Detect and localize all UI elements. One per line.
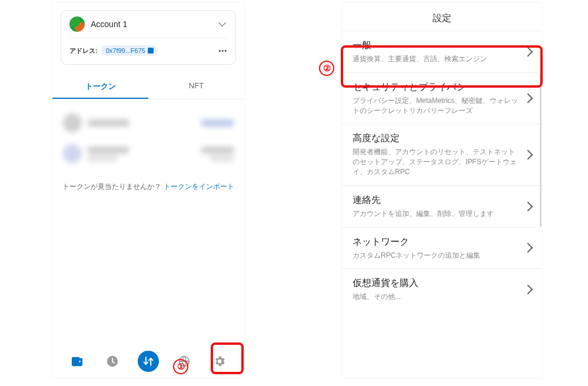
wallet-screen: Account 1 アドレス: 0x7f99...F675 ••• トークン N…: [52, 3, 244, 378]
chevron-right-icon: [523, 243, 533, 253]
token-info: [88, 147, 195, 161]
chevron-right-icon: [523, 46, 533, 56]
settings-item-desc: 地域、その他...: [353, 292, 520, 302]
token-balance: [201, 119, 234, 127]
address-copy-button[interactable]: 0x7f99...F675: [101, 45, 158, 56]
copy-icon: [148, 48, 154, 54]
account-name: Account 1: [91, 19, 211, 29]
settings-item-title: セキュリティとプライバシー: [353, 81, 520, 94]
chevron-right-icon: [523, 285, 533, 295]
asset-tabs: トークン NFT: [52, 75, 244, 99]
globe-icon: [178, 355, 191, 368]
account-avatar-icon: [69, 16, 85, 32]
nav-swap-button[interactable]: [138, 351, 159, 372]
token-list: トークンが見当たりませんか？ トークンをインポート: [52, 99, 244, 345]
token-info: [88, 119, 195, 127]
chevron-right-icon: [523, 150, 533, 160]
nav-browser-button[interactable]: [174, 351, 194, 371]
settings-item-desc: カスタムRPCネットワークの追加と編集: [353, 251, 520, 261]
gear-icon: [213, 355, 226, 368]
nav-activity-button[interactable]: [102, 351, 122, 371]
settings-item-buy-crypto[interactable]: 仮想通貨を購入 地域、その他...: [342, 268, 542, 310]
settings-item-title: 連絡先: [353, 194, 520, 207]
nav-settings-button[interactable]: [210, 351, 230, 371]
account-card: Account 1 アドレス: 0x7f99...F675 •••: [61, 10, 236, 65]
account-more-button[interactable]: •••: [158, 47, 227, 54]
settings-item-title: ネットワーク: [353, 236, 520, 248]
settings-item-desc: アカウントを追加、編集、削除、管理します: [353, 209, 520, 219]
account-selector[interactable]: Account 1: [69, 16, 227, 38]
settings-screen: 設定 一般 通貨換算、主要通貨、言語、検索エンジン セキュリティとプライバシー …: [342, 3, 542, 378]
settings-item-desc: プライバシー設定、MetaMetrics、秘密鍵、ウォレットのシークレットリカバ…: [353, 96, 520, 116]
address-row: アドレス: 0x7f99...F675 •••: [69, 38, 227, 56]
tab-tokens[interactable]: トークン: [52, 75, 148, 99]
token-row[interactable]: [61, 138, 236, 169]
settings-item-desc: 通貨換算、主要通貨、言語、検索エンジン: [353, 54, 520, 64]
address-label: アドレス:: [69, 46, 98, 55]
settings-item-networks[interactable]: ネットワーク カスタムRPCネットワークの追加と編集: [342, 227, 542, 269]
clock-icon: [106, 355, 119, 368]
settings-title: 設定: [342, 3, 542, 31]
settings-item-title: 一般: [353, 39, 520, 52]
nav-wallet-button[interactable]: [67, 351, 87, 371]
chevron-right-icon: [523, 94, 533, 104]
token-balance: [201, 147, 234, 161]
annotation-2: ②: [319, 61, 334, 76]
swap-icon: [142, 355, 154, 367]
token-icon: [63, 114, 82, 132]
import-prompt: トークンが見当たりませんか？: [62, 182, 163, 191]
settings-item-title: 仮想通貨を購入: [353, 277, 520, 290]
address-short: 0x7f99...F675: [106, 47, 145, 54]
chevron-down-icon: [217, 19, 227, 29]
import-tokens-link[interactable]: トークンをインポート: [164, 182, 234, 191]
settings-item-security[interactable]: セキュリティとプライバシー プライバシー設定、MetaMetrics、秘密鍵、ウ…: [342, 72, 542, 124]
settings-item-title: 高度な設定: [353, 132, 520, 145]
token-icon: [63, 144, 82, 163]
chevron-right-icon: [523, 201, 533, 211]
settings-item-contacts[interactable]: 連絡先 アカウントを追加、編集、削除、管理します: [342, 185, 542, 227]
tab-nft[interactable]: NFT: [148, 75, 244, 99]
token-row[interactable]: [61, 108, 236, 138]
settings-item-general[interactable]: 一般 通貨換算、主要通貨、言語、検索エンジン: [342, 31, 542, 72]
settings-list: 一般 通貨換算、主要通貨、言語、検索エンジン セキュリティとプライバシー プライ…: [342, 31, 542, 378]
import-tokens-row: トークンが見当たりませんか？ トークンをインポート: [61, 182, 236, 192]
settings-item-advanced[interactable]: 高度な設定 開発者機能、アカウントのリセット、テストネットのセットアップ、ステー…: [342, 124, 542, 185]
wallet-icon: [71, 355, 84, 367]
settings-item-desc: 開発者機能、アカウントのリセット、テストネットのセットアップ、ステータスログ、I…: [353, 147, 520, 177]
bottom-nav: [52, 345, 244, 378]
